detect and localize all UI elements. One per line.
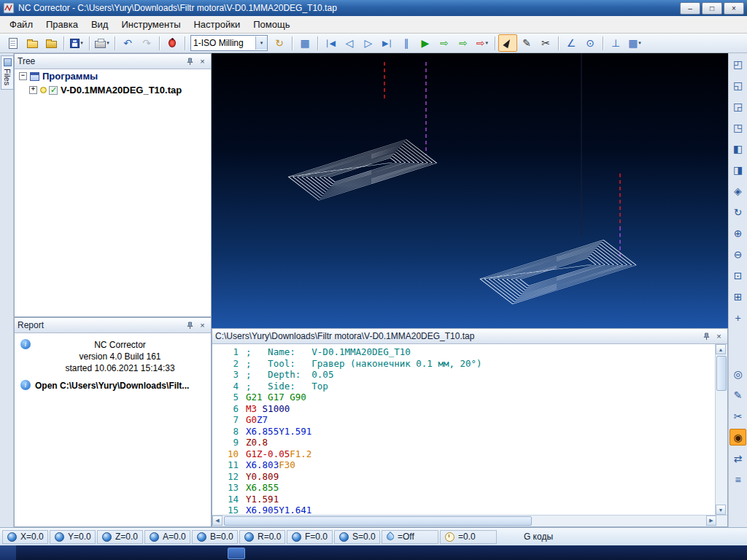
cut-tool-button[interactable]: ✂: [536, 34, 555, 52]
line-number: 13: [217, 482, 239, 494]
renumber-button[interactable]: ≡: [729, 471, 746, 488]
zoom-window-button[interactable]: ⊡: [729, 267, 746, 284]
chevron-down-icon[interactable]: ▾: [107, 40, 109, 46]
menu-item-6[interactable]: Помощь: [247, 17, 296, 32]
scrollbar-thumb[interactable]: [224, 516, 532, 526]
run-button[interactable]: ▶: [416, 34, 435, 52]
view-back-button[interactable]: ◨: [729, 161, 746, 178]
simulation-grid-button[interactable]: ▦: [295, 34, 314, 52]
toolbar-separator: [495, 36, 495, 50]
print-button[interactable]: ▾: [93, 34, 112, 52]
chevron-down-icon[interactable]: ▾: [638, 40, 641, 46]
swap-axes-button[interactable]: ⇄: [729, 450, 746, 467]
select-cursor-button[interactable]: [498, 34, 517, 52]
add-file-button[interactable]: [42, 34, 61, 52]
pin-icon[interactable]: [701, 331, 712, 341]
vertical-scrollbar[interactable]: ▲ ▼: [715, 344, 727, 515]
open-file-button[interactable]: [23, 34, 42, 52]
debug-bug-button[interactable]: [163, 34, 182, 52]
chevron-down-icon[interactable]: ▾: [80, 40, 83, 46]
chevron-down-icon[interactable]: ▾: [486, 40, 489, 46]
view-iso-button[interactable]: ◈: [729, 182, 746, 199]
report-panel-title: Report: [18, 320, 183, 330]
scrollbar-track[interactable]: [222, 516, 706, 526]
cursor-icon: [503, 38, 512, 48]
view-right-button[interactable]: ◳: [729, 119, 746, 136]
mode-combobox-value: 1-ISO Milling: [191, 38, 255, 48]
run-next-button[interactable]: ⇨: [454, 34, 473, 52]
new-file-button[interactable]: [4, 34, 23, 52]
close-panel-button[interactable]: ×: [197, 56, 208, 66]
table-view-button[interactable]: ▦▾: [625, 34, 644, 52]
menu-item-2[interactable]: Правка: [39, 17, 85, 32]
menu-item-5[interactable]: Настройки: [187, 17, 247, 32]
axis-origin-button[interactable]: ⊥: [606, 34, 625, 52]
rotate-view-button[interactable]: ↻: [729, 203, 746, 220]
refresh-button[interactable]: ↻: [270, 34, 289, 52]
go-last-button[interactable]: ▶∣: [378, 34, 397, 52]
code-line: 3; Depth: 0.05: [217, 369, 715, 381]
tree-item-1[interactable]: −Программы: [15, 69, 211, 83]
run-to-cursor-button[interactable]: ⇨: [435, 34, 454, 52]
scrollbar-thumb[interactable]: [716, 356, 727, 391]
toolbar-separator: [603, 36, 603, 50]
edit-pencil-button[interactable]: ✎: [517, 34, 536, 52]
view-top-button[interactable]: ◰: [729, 55, 746, 72]
go-first-button[interactable]: ∣◀: [321, 34, 340, 52]
viewport-3d[interactable]: [212, 53, 728, 328]
chevron-down-icon[interactable]: ▾: [255, 36, 267, 50]
horizontal-scrollbar[interactable]: ◀ ▶: [212, 515, 727, 526]
info-icon: i: [20, 380, 31, 390]
toolbar-separator: [317, 36, 318, 50]
trace-code-button[interactable]: ◉: [729, 429, 746, 446]
close-panel-button[interactable]: ×: [197, 320, 208, 330]
scrollbar-track[interactable]: [716, 354, 727, 505]
menu-item-3[interactable]: Вид: [85, 17, 115, 32]
undo-button[interactable]: ↶: [118, 34, 137, 52]
mode-combobox[interactable]: 1-ISO Milling ▾: [190, 35, 268, 51]
pin-icon[interactable]: [185, 320, 196, 330]
files-tab[interactable]: Files: [1, 55, 14, 90]
settings-button[interactable]: ⊙: [581, 34, 600, 52]
pan-view-button[interactable]: +: [729, 309, 746, 326]
scroll-right-icon[interactable]: ▶: [706, 516, 716, 526]
minimize-button[interactable]: –: [680, 2, 700, 15]
redo-button[interactable]: ↷: [137, 34, 156, 52]
gcode-editor[interactable]: 1; Name: V-D0.1MMA20DEG_T102; Tool: Грав…: [212, 344, 715, 515]
find-code-button[interactable]: ◎: [729, 365, 746, 382]
edit-code-button[interactable]: ✎: [729, 386, 746, 403]
view-left-button[interactable]: ◲: [729, 98, 746, 114]
scroll-down-icon[interactable]: ▼: [716, 505, 726, 515]
code-line: 11X6.803F30: [217, 459, 715, 471]
scroll-up-icon[interactable]: ▲: [716, 344, 726, 354]
go-first-icon: ∣◀: [325, 39, 336, 47]
stop-run-icon: ⇨: [476, 38, 485, 48]
status-label: S=0.0: [352, 532, 376, 542]
scroll-left-icon[interactable]: ◀: [212, 516, 222, 526]
status-label: =Off: [398, 532, 414, 542]
taskbar-button[interactable]: [228, 548, 245, 559]
tree-item-2[interactable]: +V-D0.1MMA20DEG_T10.tap: [15, 83, 211, 97]
menu-item-4[interactable]: Инструменты: [115, 17, 187, 32]
view-front-button[interactable]: ◧: [729, 140, 746, 157]
zoom-fit-button[interactable]: ⊞: [729, 288, 746, 305]
save-button[interactable]: ▾: [67, 34, 86, 52]
start-button[interactable]: [0, 545, 16, 560]
tree-expander-icon[interactable]: −: [19, 72, 27, 80]
tree-expander-icon[interactable]: +: [29, 86, 37, 94]
step-forward-button[interactable]: ▷: [359, 34, 378, 52]
stop-run-button[interactable]: ⇨▾: [473, 34, 492, 52]
pin-icon[interactable]: [185, 56, 196, 66]
menu-item-1[interactable]: Файл: [3, 17, 39, 32]
measure-angle-button[interactable]: ∠: [562, 34, 581, 52]
close-button[interactable]: ×: [724, 2, 744, 15]
cut-code-button[interactable]: ✂: [729, 408, 746, 424]
zoom-in-button[interactable]: ⊕: [729, 225, 746, 241]
maximize-button[interactable]: □: [702, 2, 722, 15]
pause-button[interactable]: ∥: [397, 34, 416, 52]
close-panel-button[interactable]: ×: [713, 331, 724, 341]
view-bottom-button[interactable]: ◱: [729, 77, 746, 93]
zoom-out-button[interactable]: ⊖: [729, 246, 746, 262]
report-entry-text: Open C:\Users\Yury\Downloads\Filt...: [35, 380, 205, 392]
step-back-button[interactable]: ◁: [340, 34, 359, 52]
